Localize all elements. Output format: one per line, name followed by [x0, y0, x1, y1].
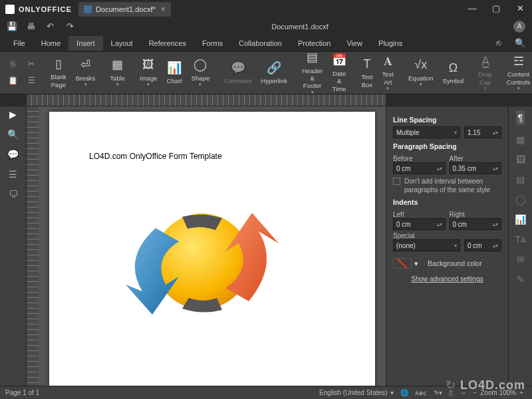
- textart-settings-icon[interactable]: Tᴀ: [515, 234, 526, 245]
- content-controls-button[interactable]: ☲Content Controls▾: [503, 55, 532, 91]
- feedback-icon[interactable]: 🗨: [9, 189, 18, 200]
- indent-right-input[interactable]: 0 cm▴▾: [450, 218, 502, 230]
- breaks-icon: ⏎: [80, 58, 90, 72]
- tab-forms[interactable]: Forms: [194, 36, 231, 51]
- undo-icon[interactable]: ↶: [47, 21, 60, 32]
- chart-settings-icon[interactable]: 📊: [515, 214, 526, 225]
- text-box-button[interactable]: TText Box: [357, 55, 376, 91]
- track-changes-icon[interactable]: ✎▾: [434, 389, 442, 396]
- header-settings-icon[interactable]: ▤: [516, 174, 525, 185]
- headings-panel-icon[interactable]: ☰: [9, 169, 17, 180]
- equation-button[interactable]: √xEquation▾: [404, 55, 438, 91]
- comment-icon: 💬: [231, 61, 245, 76]
- date-time-icon: 📅: [332, 53, 346, 68]
- tab-protection[interactable]: Protection: [290, 36, 339, 51]
- header-footer-button[interactable]: ▤Header & Footer▾: [298, 55, 327, 91]
- shape-button[interactable]: ◯Shape▾: [188, 55, 213, 91]
- print-icon[interactable]: 🖶: [27, 21, 40, 32]
- drop-cap-button: A̲Drop Cap▾: [474, 55, 496, 91]
- tab-plugins[interactable]: Plugins: [370, 36, 410, 51]
- equation-icon: √x: [414, 58, 427, 72]
- breaks-button[interactable]: ⏎Breaks▾: [72, 55, 100, 91]
- image-settings-icon[interactable]: 🖼: [516, 154, 525, 165]
- find-tool-icon[interactable]: 🔍: [7, 129, 19, 140]
- close-window-button[interactable]: ✕: [508, 0, 532, 19]
- save-icon[interactable]: 💾: [7, 21, 20, 32]
- image-button[interactable]: 🖼Image▾: [136, 55, 161, 91]
- special-indent-select[interactable]: (none)▾: [393, 239, 460, 251]
- right-toolbar: ¶ ▦ 🖼 ▤ ◯ 📊 Tᴀ ✉ ✎: [508, 106, 532, 386]
- indent-right-label: Right: [450, 211, 502, 218]
- redo-icon[interactable]: ↷: [66, 21, 80, 32]
- before-label: Before: [393, 155, 446, 162]
- cut-icon[interactable]: ✂: [25, 59, 37, 70]
- app-logo-icon: [5, 5, 15, 14]
- blank-page-button[interactable]: ▯Blank Page: [47, 55, 70, 91]
- mailmerge-settings-icon[interactable]: ✉: [517, 254, 525, 265]
- indent-left-input[interactable]: 0 cm▴▾: [393, 218, 446, 230]
- tab-collaboration[interactable]: Collaboration: [231, 36, 290, 51]
- zoom-in-icon[interactable]: +: [519, 389, 523, 396]
- svg-point-0: [154, 213, 250, 309]
- tab-view[interactable]: View: [338, 36, 370, 51]
- horizontal-ruler[interactable]: [27, 94, 386, 106]
- spellcheck-icon[interactable]: 🌐: [400, 389, 408, 396]
- page-count[interactable]: Page 1 of 1: [5, 389, 39, 396]
- text-art-button[interactable]: 𝐀Text Art▾: [378, 55, 398, 91]
- paste-icon[interactable]: 📋: [7, 76, 19, 86]
- after-label: After: [450, 155, 502, 162]
- comments-panel-icon[interactable]: 💬: [7, 149, 19, 160]
- minimize-button[interactable]: —: [460, 0, 484, 19]
- zoom-out-icon[interactable]: −: [473, 389, 477, 396]
- background-color-label: Background color: [428, 259, 482, 267]
- spacing-after-input[interactable]: 0.35 cm▴▾: [450, 162, 502, 174]
- select-all-icon[interactable]: ☰: [25, 76, 37, 86]
- document-image[interactable]: [116, 192, 289, 346]
- search-icon[interactable]: 🔍: [515, 38, 527, 48]
- vertical-ruler[interactable]: [27, 106, 39, 386]
- show-advanced-link[interactable]: Show advanced settings: [393, 275, 501, 283]
- tab-file[interactable]: File: [5, 36, 33, 51]
- fit-width-icon[interactable]: ↔: [460, 389, 466, 396]
- maximize-button[interactable]: ▢: [484, 0, 508, 19]
- document-tab[interactable]: Document1.docxf* ×: [78, 2, 171, 17]
- no-interval-checkbox[interactable]: Don't add interval between paragraphs of…: [393, 177, 501, 194]
- spacing-before-input[interactable]: 0 cm▴▾: [393, 162, 446, 174]
- document-canvas[interactable]: LO4D.com OnlyOffice Form Template: [39, 106, 386, 386]
- cursor-tool-icon[interactable]: ▶: [9, 109, 17, 120]
- special-indent-value[interactable]: 0 cm▴▾: [464, 239, 501, 251]
- abc-icon[interactable]: ᴀʙᴄ: [415, 389, 427, 396]
- header-footer-icon: ▤: [307, 51, 318, 65]
- table-settings-icon[interactable]: ▦: [516, 134, 525, 145]
- shape-icon: ◯: [194, 58, 207, 72]
- symbol-button[interactable]: ΩSymbol: [439, 55, 468, 91]
- table-button[interactable]: ▦Table▾: [106, 55, 129, 91]
- open-file-location-icon[interactable]: ⎋: [496, 38, 508, 48]
- hyperlink-button[interactable]: 🔗Hyperlink: [257, 55, 291, 91]
- document-tab-icon: [84, 5, 92, 13]
- line-spacing-value-input[interactable]: 1.15▴▾: [464, 126, 501, 138]
- line-spacing-mode-select[interactable]: Multiple▾: [393, 126, 460, 138]
- document-page[interactable]: LO4D.com OnlyOffice Form Template: [49, 112, 375, 386]
- fit-page-icon[interactable]: ▯: [449, 389, 453, 396]
- signature-settings-icon[interactable]: ✎: [517, 274, 525, 285]
- date-time-button[interactable]: 📅Date & Time: [328, 55, 350, 91]
- tab-references[interactable]: References: [141, 36, 194, 51]
- shape-settings-icon[interactable]: ◯: [515, 194, 526, 205]
- paragraph-spacing-title: Paragraph Spacing: [393, 142, 501, 150]
- tab-insert[interactable]: Insert: [68, 36, 103, 51]
- language-select[interactable]: English (United States): [319, 389, 387, 396]
- document-body-text[interactable]: LO4D.com OnlyOffice Form Template: [89, 152, 222, 161]
- user-avatar[interactable]: A: [513, 21, 525, 33]
- paragraph-panel: Line Spacing Multiple▾ 1.15▴▾ Paragraph …: [386, 106, 508, 386]
- tab-layout[interactable]: Layout: [103, 36, 141, 51]
- drop-cap-icon: A̲: [481, 55, 489, 69]
- menu-tabs: File Home Insert Layout References Forms…: [0, 35, 532, 52]
- close-tab-icon[interactable]: ×: [161, 5, 166, 14]
- copy-icon[interactable]: ⎘: [7, 59, 19, 70]
- chart-button[interactable]: 📊Chart: [162, 55, 186, 91]
- zoom-level[interactable]: Zoom 100%: [480, 389, 516, 396]
- tab-home[interactable]: Home: [33, 36, 68, 51]
- paragraph-settings-icon[interactable]: ¶: [516, 110, 525, 125]
- background-color-swatch[interactable]: [393, 258, 412, 269]
